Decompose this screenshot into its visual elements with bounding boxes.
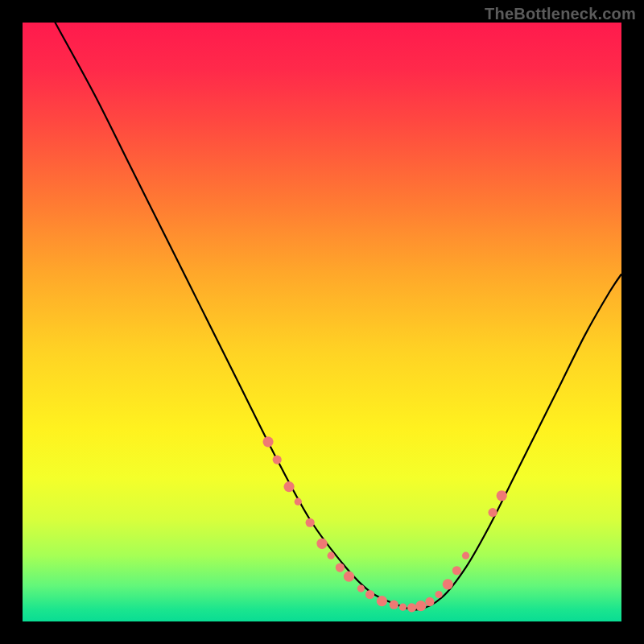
data-dot [452, 566, 461, 575]
data-dot [273, 456, 282, 464]
data-dot [435, 591, 442, 598]
data-dot [357, 584, 365, 592]
data-dot [415, 601, 426, 611]
data-dot [295, 498, 302, 506]
data-dot [336, 563, 345, 572]
data-dot [262, 436, 273, 447]
data-dot [407, 603, 416, 612]
data-dot [443, 579, 453, 589]
data-dot [399, 604, 407, 611]
data-dot [306, 518, 315, 527]
data-dot [377, 596, 387, 606]
data-dot [462, 552, 469, 559]
bottleneck-curve [23, 0, 621, 609]
data-dot [390, 601, 398, 609]
data-dot [283, 481, 294, 492]
curve-svg [23, 23, 621, 621]
data-dots [262, 436, 506, 612]
data-dot [328, 552, 335, 559]
data-dot [316, 539, 327, 549]
data-dot [425, 597, 434, 606]
plot-area [23, 23, 621, 621]
watermark-text: TheBottleneck.com [485, 5, 636, 23]
chart-stage: TheBottleneck.com [0, 0, 644, 644]
data-dot [344, 572, 354, 582]
data-dot [497, 490, 507, 501]
data-dot [488, 508, 497, 517]
data-dot [365, 590, 374, 599]
